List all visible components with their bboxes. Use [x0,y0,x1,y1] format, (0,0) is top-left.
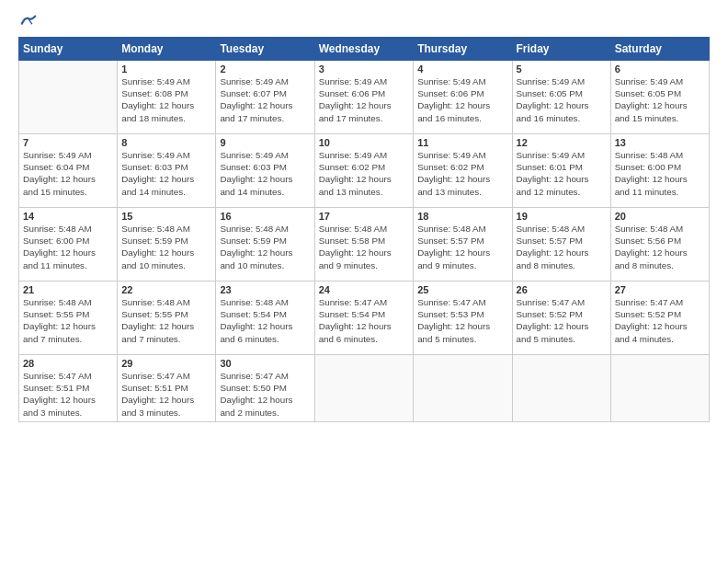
day-number: 3 [319,63,410,75]
day-info: Sunrise: 5:47 AM Sunset: 5:53 PM Dayligh… [417,296,507,345]
day-number: 27 [615,284,705,295]
day-number: 29 [121,358,211,369]
calendar-cell: 27Sunrise: 5:47 AM Sunset: 5:52 PM Dayli… [610,282,709,355]
day-number: 1 [121,63,211,75]
logo-bird-icon [20,15,37,28]
day-info: Sunrise: 5:47 AM Sunset: 5:51 PM Dayligh… [121,370,211,419]
calendar-cell: 26Sunrise: 5:47 AM Sunset: 5:52 PM Dayli… [512,282,610,355]
day-info: Sunrise: 5:48 AM Sunset: 5:55 PM Dayligh… [23,296,113,345]
col-tuesday: Tuesday [216,38,314,61]
calendar-cell: 28Sunrise: 5:47 AM Sunset: 5:51 PM Dayli… [19,355,118,422]
calendar-cell [314,355,414,422]
calendar-cell [414,355,512,422]
day-number: 8 [121,137,211,148]
calendar-cell: 29Sunrise: 5:47 AM Sunset: 5:51 PM Dayli… [118,355,216,422]
day-number: 5 [517,63,607,75]
calendar-header-row: Sunday Monday Tuesday Wednesday Thursday… [19,38,710,61]
day-number: 4 [417,63,507,75]
day-info: Sunrise: 5:47 AM Sunset: 5:54 PM Dayligh… [319,296,410,345]
header [18,15,710,28]
calendar-cell: 22Sunrise: 5:48 AM Sunset: 5:55 PM Dayli… [118,282,216,355]
calendar-cell: 11Sunrise: 5:49 AM Sunset: 6:02 PM Dayli… [414,134,512,208]
day-info: Sunrise: 5:48 AM Sunset: 5:59 PM Dayligh… [220,223,310,271]
col-friday: Friday [512,38,610,61]
col-monday: Monday [118,38,216,61]
day-number: 22 [121,284,211,295]
calendar-cell: 7Sunrise: 5:49 AM Sunset: 6:04 PM Daylig… [19,134,118,208]
day-number: 23 [220,284,310,295]
day-number: 6 [615,63,705,75]
logo [18,15,37,28]
col-thursday: Thursday [414,38,512,61]
calendar-cell: 20Sunrise: 5:48 AM Sunset: 5:56 PM Dayli… [610,208,709,282]
day-info: Sunrise: 5:49 AM Sunset: 6:02 PM Dayligh… [417,149,507,198]
day-number: 12 [517,137,607,148]
day-info: Sunrise: 5:49 AM Sunset: 6:06 PM Dayligh… [319,75,410,124]
day-number: 2 [220,63,310,75]
calendar-cell: 5Sunrise: 5:49 AM Sunset: 6:05 PM Daylig… [512,61,610,134]
day-number: 14 [23,211,113,222]
day-number: 25 [417,284,507,295]
day-info: Sunrise: 5:48 AM Sunset: 5:57 PM Dayligh… [417,223,507,271]
calendar-cell: 3Sunrise: 5:49 AM Sunset: 6:06 PM Daylig… [314,61,414,134]
day-number: 17 [319,211,410,222]
calendar-cell: 1Sunrise: 5:49 AM Sunset: 6:08 PM Daylig… [118,61,216,134]
col-saturday: Saturday [610,38,709,61]
day-info: Sunrise: 5:48 AM Sunset: 5:58 PM Dayligh… [319,223,410,271]
calendar-cell: 8Sunrise: 5:49 AM Sunset: 6:03 PM Daylig… [118,134,216,208]
day-number: 11 [417,137,507,148]
calendar-cell: 25Sunrise: 5:47 AM Sunset: 5:53 PM Dayli… [414,282,512,355]
day-info: Sunrise: 5:49 AM Sunset: 6:02 PM Dayligh… [319,149,410,198]
day-number: 24 [319,284,410,295]
calendar-cell: 18Sunrise: 5:48 AM Sunset: 5:57 PM Dayli… [414,208,512,282]
day-info: Sunrise: 5:49 AM Sunset: 6:03 PM Dayligh… [220,149,310,198]
day-info: Sunrise: 5:47 AM Sunset: 5:50 PM Dayligh… [220,370,310,419]
day-number: 26 [517,284,607,295]
calendar-cell: 12Sunrise: 5:49 AM Sunset: 6:01 PM Dayli… [512,134,610,208]
day-number: 16 [220,211,310,222]
page: Sunday Monday Tuesday Wednesday Thursday… [0,0,728,563]
day-number: 15 [121,211,211,222]
col-sunday: Sunday [19,38,118,61]
day-info: Sunrise: 5:48 AM Sunset: 5:59 PM Dayligh… [121,223,211,271]
calendar-cell: 16Sunrise: 5:48 AM Sunset: 5:59 PM Dayli… [216,208,314,282]
day-info: Sunrise: 5:49 AM Sunset: 6:05 PM Dayligh… [615,75,705,124]
day-number: 20 [615,211,705,222]
day-info: Sunrise: 5:49 AM Sunset: 6:05 PM Dayligh… [517,75,607,124]
day-number: 10 [319,137,410,148]
calendar-cell: 13Sunrise: 5:48 AM Sunset: 6:00 PM Dayli… [610,134,709,208]
day-number: 18 [417,211,507,222]
calendar-cell [19,61,118,134]
col-wednesday: Wednesday [314,38,414,61]
day-info: Sunrise: 5:48 AM Sunset: 6:00 PM Dayligh… [615,149,705,198]
day-number: 7 [23,137,113,148]
day-info: Sunrise: 5:48 AM Sunset: 5:57 PM Dayligh… [517,223,607,271]
calendar-cell: 19Sunrise: 5:48 AM Sunset: 5:57 PM Dayli… [512,208,610,282]
day-info: Sunrise: 5:47 AM Sunset: 5:52 PM Dayligh… [517,296,607,345]
calendar-cell: 10Sunrise: 5:49 AM Sunset: 6:02 PM Dayli… [314,134,414,208]
day-number: 13 [615,137,705,148]
day-info: Sunrise: 5:49 AM Sunset: 6:08 PM Dayligh… [121,75,211,124]
day-info: Sunrise: 5:47 AM Sunset: 5:51 PM Dayligh… [23,370,113,419]
day-info: Sunrise: 5:49 AM Sunset: 6:07 PM Dayligh… [220,75,310,124]
calendar-cell: 17Sunrise: 5:48 AM Sunset: 5:58 PM Dayli… [314,208,414,282]
calendar-table: Sunday Monday Tuesday Wednesday Thursday… [18,37,710,422]
day-info: Sunrise: 5:49 AM Sunset: 6:04 PM Dayligh… [23,149,113,198]
day-info: Sunrise: 5:48 AM Sunset: 6:00 PM Dayligh… [23,223,113,271]
calendar-cell [610,355,709,422]
calendar-cell: 6Sunrise: 5:49 AM Sunset: 6:05 PM Daylig… [610,61,709,134]
calendar-cell: 24Sunrise: 5:47 AM Sunset: 5:54 PM Dayli… [314,282,414,355]
day-info: Sunrise: 5:47 AM Sunset: 5:52 PM Dayligh… [615,296,705,345]
calendar-cell: 4Sunrise: 5:49 AM Sunset: 6:06 PM Daylig… [414,61,512,134]
calendar-cell: 21Sunrise: 5:48 AM Sunset: 5:55 PM Dayli… [19,282,118,355]
calendar-cell: 9Sunrise: 5:49 AM Sunset: 6:03 PM Daylig… [216,134,314,208]
day-number: 30 [220,358,310,369]
calendar-cell: 30Sunrise: 5:47 AM Sunset: 5:50 PM Dayli… [216,355,314,422]
day-info: Sunrise: 5:48 AM Sunset: 5:55 PM Dayligh… [121,296,211,345]
day-info: Sunrise: 5:49 AM Sunset: 6:03 PM Dayligh… [121,149,211,198]
day-number: 21 [23,284,113,295]
day-info: Sunrise: 5:48 AM Sunset: 5:56 PM Dayligh… [615,223,705,271]
calendar-cell: 14Sunrise: 5:48 AM Sunset: 6:00 PM Dayli… [19,208,118,282]
day-number: 28 [23,358,113,369]
day-info: Sunrise: 5:49 AM Sunset: 6:01 PM Dayligh… [517,149,607,198]
